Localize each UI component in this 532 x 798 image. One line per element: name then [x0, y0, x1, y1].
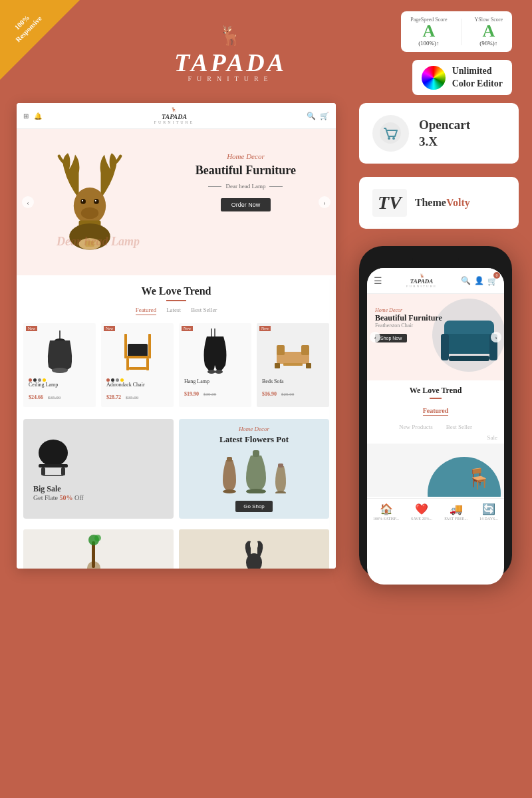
phone-header: ☰ 🦌 TAPADA FURNITURE 🔍 👤 🛒 0: [367, 268, 504, 294]
product-name: Ceiling Lamp: [29, 382, 90, 388]
new-badge: New: [259, 326, 271, 331]
svg-point-2: [94, 199, 99, 204]
tab-featured[interactable]: Featured: [136, 307, 157, 315]
phone-screen: ☰ 🦌 TAPADA FURNITURE 🔍 👤 🛒 0 ‹: [367, 268, 504, 585]
search-icon[interactable]: 🔍: [307, 112, 316, 120]
product-price-row: $28.72 $35.00: [106, 390, 168, 402]
phone-tab-best-seller[interactable]: Best Seller: [446, 424, 472, 430]
preview-icons-right: 🔍 🛒: [307, 112, 329, 120]
products-section: We Love Trend Featured Latest Best Selle…: [17, 275, 336, 414]
promo-left-title: Big Sale: [33, 484, 164, 494]
svg-rect-28: [301, 345, 309, 355]
svg-point-39: [246, 489, 266, 493]
tab-latest[interactable]: Latest: [166, 307, 181, 315]
product-name: Beds Sofa: [262, 378, 324, 384]
preview-logo: 🦌 TAPADA FURNITURE: [154, 107, 195, 124]
product-price: $19.90: [184, 391, 199, 397]
section-underline: [166, 300, 186, 301]
product-price: $28.72: [106, 394, 121, 400]
phone-sale-label: Sale: [367, 434, 504, 444]
new-badge: New: [182, 326, 193, 331]
product-price-row: $24.66 $35.00: [29, 390, 90, 402]
product-card[interactable]: New: [101, 323, 174, 407]
promo-left-sub: Get Flate 50% Off: [33, 494, 164, 501]
svg-rect-19: [126, 358, 129, 370]
themevolty-label: ThemeVolty: [415, 197, 470, 209]
pagespeed-percent: (100%)↑: [410, 40, 447, 47]
svg-rect-53: [441, 334, 497, 354]
opencart-badge: Opencart3.X: [359, 103, 519, 164]
vases-image: [186, 450, 323, 493]
phone-hero-next[interactable]: ›: [491, 332, 501, 342]
hero-overlay-text: Dear head Lamp: [57, 235, 140, 249]
phone-nav-truck[interactable]: 🚚 FAST FREE...: [444, 503, 467, 521]
phone-product-scroll[interactable]: 🪑: [367, 444, 504, 497]
responsive-badge: 100% Responsive: [0, 0, 80, 80]
yslow-item: YSlow Score A (96%)↑: [475, 17, 503, 47]
right-badges: PageSpeed Score A (100%)↑ YSlow Score A …: [401, 11, 512, 94]
wood-card-2: [179, 529, 329, 569]
phone-search-icon[interactable]: 🔍: [461, 276, 471, 286]
new-badge: New: [104, 326, 115, 331]
tv-logo-icon: TV: [372, 189, 407, 217]
brand-name: TAPADA: [174, 48, 287, 77]
hero-next-arrow[interactable]: ›: [319, 196, 331, 208]
phone-notch: [412, 254, 459, 266]
brand-subtitle: FURNITURE: [174, 75, 287, 82]
hero-category: Home Decor: [196, 152, 296, 160]
product-name: Adirondack Chair: [106, 382, 168, 388]
hero-title: Beautiful Furniture: [196, 164, 296, 178]
product-price: $24.66: [29, 394, 43, 400]
hero-prev-arrow[interactable]: ‹: [22, 196, 34, 208]
nav-icon-bell: 🔔: [34, 112, 42, 120]
hero-order-button[interactable]: Order Now: [221, 198, 271, 211]
svg-rect-56: [449, 356, 489, 361]
phone-cart-badge: 0: [493, 272, 500, 279]
hero-divider: Dear head Lamp: [196, 183, 296, 190]
go-shop-button[interactable]: Go Shop: [235, 501, 273, 512]
tab-bestseller[interactable]: Best Seller: [191, 307, 217, 315]
phone-menu-icon[interactable]: ☰: [374, 275, 382, 287]
svg-rect-36: [43, 475, 63, 476]
product-price: $16.90: [262, 391, 277, 397]
preview-nav-icons: ⊞ 🔔: [23, 112, 42, 120]
product-image: [184, 329, 246, 375]
products-section-title: We Love Trend: [23, 285, 329, 297]
svg-rect-21: [129, 367, 146, 370]
svg-point-1: [80, 199, 86, 204]
product-old-price: $25.00: [281, 392, 294, 397]
divider-line: [461, 19, 462, 45]
hero-content: Home Decor Beautiful Furniture Dear head…: [196, 152, 296, 211]
wood-card-1: [23, 529, 174, 569]
svg-rect-15: [128, 344, 148, 357]
phone-nav-favorite[interactable]: ❤️ SAVE 20%...: [411, 503, 432, 521]
phone-nav-home[interactable]: 🏠 100% SATISF...: [373, 503, 399, 521]
phone-nav-return[interactable]: 🔄 14 DAYS...: [479, 503, 498, 521]
product-image: [29, 329, 90, 375]
phone-tab-featured[interactable]: Featured: [423, 407, 449, 416]
yslow-grade: A: [475, 23, 503, 40]
svg-rect-33: [39, 464, 68, 467]
phone-tab-new-products[interactable]: New Products: [399, 424, 433, 430]
product-name: Hang Lamp: [184, 378, 246, 384]
phone-hero-prev[interactable]: ‹: [370, 332, 380, 342]
phone-section-header: We Love Trend: [367, 380, 504, 404]
speed-badge: PageSpeed Score A (100%)↑ YSlow Score A …: [401, 11, 512, 52]
svg-point-50: [392, 137, 395, 140]
product-image: [106, 329, 168, 375]
product-price-row: $16.90 $25.00: [262, 386, 324, 398]
svg-point-5: [81, 207, 98, 219]
svg-point-14: [52, 368, 68, 373]
svg-rect-40: [253, 450, 259, 457]
product-card[interactable]: New Ceil: [23, 323, 96, 407]
phone-bottom-nav: 🏠 100% SATISF... ❤️ SAVE 20%... 🚚 FAST F…: [367, 498, 504, 525]
product-card[interactable]: New Beds Sofa: [257, 323, 329, 407]
phone-hero: ‹ › Home Decor Beautiful Furniture Feath…: [367, 294, 504, 380]
svg-rect-54: [441, 334, 449, 360]
phone-user-icon[interactable]: 👤: [474, 276, 484, 286]
cart-icon[interactable]: 🛒: [320, 112, 329, 120]
product-card[interactable]: New Hang Lamp $19.90 $30.00: [179, 323, 251, 407]
promo-left-banner: Big Sale Get Flate 50% Off: [23, 419, 174, 519]
promo-right-banner: Home Decor Latest Flowers Pot: [179, 419, 329, 519]
right-panel: Opencart3.X TV ThemeVolty: [359, 103, 519, 229]
